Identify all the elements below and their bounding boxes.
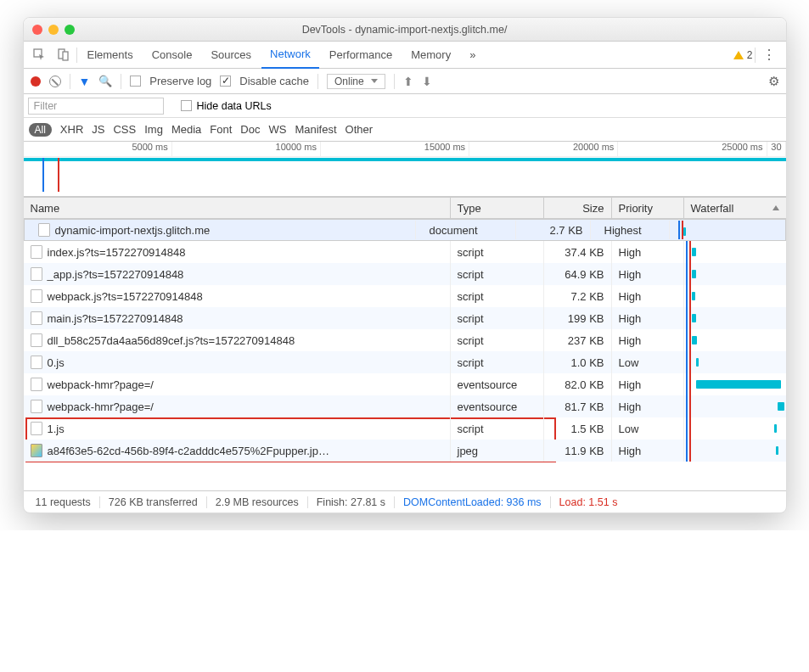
disable-cache-checkbox[interactable] <box>220 76 231 87</box>
clear-button[interactable] <box>49 76 61 87</box>
titlebar: DevTools - dynamic-import-nextjs.glitch.… <box>24 18 786 42</box>
request-priority: High <box>612 440 684 462</box>
table-row[interactable]: _app.js?ts=1572270914848script64.9 KBHig… <box>24 263 786 285</box>
request-name: 1.js <box>48 423 65 435</box>
table-header: Name Type Size Priority Waterfall <box>24 197 786 219</box>
request-name: dynamic-import-nextjs.glitch.me <box>55 224 211 237</box>
request-type: jpeg <box>451 440 544 462</box>
connection-select[interactable]: Online <box>327 74 385 89</box>
filter-icon[interactable]: ▼ <box>79 75 91 88</box>
table-row[interactable]: webpack-hmr?page=/eventsource82.0 KBHigh <box>24 373 786 395</box>
filter-xhr[interactable]: XHR <box>60 123 83 136</box>
request-size: 11.9 KB <box>544 440 612 462</box>
filter-ws[interactable]: WS <box>268 123 286 136</box>
table-row[interactable]: a84f63e5-62cd-456b-89f4-c2adddc4e575%2Fp… <box>24 440 786 462</box>
filter-js[interactable]: JS <box>92 123 104 136</box>
filter-media[interactable]: Media <box>171 123 201 136</box>
file-icon <box>31 245 42 259</box>
upload-icon[interactable]: ⬆ <box>403 75 413 88</box>
table-row[interactable]: 0.jsscript1.0 KBLow <box>24 351 786 373</box>
kebab-icon[interactable]: ⋮ <box>757 47 781 63</box>
filter-font[interactable]: Font <box>210 123 232 136</box>
status-resources: 2.9 MB resources <box>207 496 308 508</box>
inspect-icon[interactable] <box>29 48 51 61</box>
request-size: 37.4 KB <box>544 241 612 263</box>
request-name: webpack-hmr?page=/ <box>48 378 154 391</box>
tab-sources[interactable]: Sources <box>202 42 260 69</box>
status-requests: 11 requests <box>27 496 100 508</box>
warnings-badge[interactable]: 2 <box>733 49 753 61</box>
download-icon[interactable]: ⬇ <box>422 75 432 88</box>
filter-doc[interactable]: Doc <box>240 123 260 136</box>
timeline-overview[interactable]: 5000 ms 10000 ms 15000 ms 20000 ms 25000… <box>24 142 786 197</box>
table-row[interactable]: main.js?ts=1572270914848script199 KBHigh <box>24 307 786 329</box>
request-priority: High <box>612 329 684 351</box>
tab-more[interactable]: » <box>461 42 484 69</box>
filter-manifest[interactable]: Manifest <box>295 123 336 136</box>
disable-cache-label: Disable cache <box>239 75 309 87</box>
table-row[interactable]: webpack-hmr?page=/eventsource81.7 KBHigh <box>24 395 786 417</box>
request-waterfall <box>684 440 786 462</box>
tab-console[interactable]: Console <box>143 42 201 69</box>
request-waterfall <box>684 241 786 263</box>
sort-asc-icon <box>772 205 779 210</box>
status-load: Load: 1.51 s <box>551 496 626 508</box>
tab-elements[interactable]: Elements <box>79 42 142 69</box>
table-row[interactable]: dll_b58c257da4aa56d89cef.js?ts=157227091… <box>24 329 786 351</box>
request-name: webpack-hmr?page=/ <box>48 400 154 413</box>
col-size[interactable]: Size <box>544 198 612 218</box>
request-priority: High <box>612 241 684 263</box>
tab-memory[interactable]: Memory <box>402 42 459 69</box>
request-waterfall <box>684 307 786 329</box>
search-icon[interactable]: 🔍 <box>98 75 112 87</box>
record-button[interactable] <box>31 76 41 87</box>
request-waterfall <box>684 351 786 373</box>
request-type: script <box>451 263 544 285</box>
table-row[interactable]: 1.jsscript1.5 KBLow <box>24 417 786 440</box>
filter-img[interactable]: Img <box>144 123 163 136</box>
col-waterfall[interactable]: Waterfall <box>684 198 786 218</box>
table-row[interactable]: webpack.js?ts=1572270914848script7.2 KBH… <box>24 285 786 307</box>
request-table: dynamic-import-nextjs.glitch.medocument2… <box>24 219 786 490</box>
request-type: script <box>451 285 544 307</box>
tab-performance[interactable]: Performance <box>321 42 401 69</box>
request-size: 82.0 KB <box>544 373 612 395</box>
filter-input[interactable]: Filter <box>28 98 164 115</box>
col-priority[interactable]: Priority <box>612 198 684 218</box>
tab-network[interactable]: Network <box>261 42 319 69</box>
status-domcontentloaded: DOMContentLoaded: 936 ms <box>395 496 551 508</box>
col-type[interactable]: Type <box>451 198 544 218</box>
hide-urls-checkbox[interactable] <box>181 100 192 111</box>
request-priority: High <box>612 263 684 285</box>
request-priority: High <box>612 395 684 417</box>
file-icon <box>31 444 42 457</box>
request-type: eventsource <box>451 373 544 395</box>
preserve-log-checkbox[interactable] <box>130 76 141 87</box>
filter-all[interactable]: All <box>29 123 52 137</box>
gear-icon[interactable]: ⚙ <box>768 74 779 89</box>
request-waterfall <box>684 373 786 395</box>
col-name[interactable]: Name <box>24 198 451 218</box>
preserve-log-label: Preserve log <box>149 75 211 87</box>
request-type: document <box>423 221 516 239</box>
filter-css[interactable]: CSS <box>113 123 136 136</box>
request-name: main.js?ts=1572270914848 <box>48 312 183 325</box>
window-title: DevTools - dynamic-import-nextjs.glitch.… <box>24 24 786 36</box>
request-priority: High <box>612 285 684 307</box>
status-transferred: 726 KB transferred <box>100 496 207 508</box>
device-icon[interactable] <box>53 48 75 61</box>
filter-other[interactable]: Other <box>346 123 374 136</box>
request-name: webpack.js?ts=1572270914848 <box>48 290 203 303</box>
table-row[interactable]: index.js?ts=1572270914848script37.4 KBHi… <box>24 241 786 263</box>
request-size: 81.7 KB <box>544 395 612 417</box>
filter-bar: Filter Hide data URLs <box>24 94 786 118</box>
network-toolbar: ▼ 🔍 Preserve log Disable cache Online ⬆ … <box>24 69 786 94</box>
request-waterfall <box>684 263 786 285</box>
request-waterfall <box>684 285 786 307</box>
request-type: script <box>451 351 544 373</box>
request-size: 7.2 KB <box>544 285 612 307</box>
load-marker <box>58 158 59 192</box>
request-size: 237 KB <box>544 329 612 351</box>
request-size: 2.7 KB <box>523 221 591 239</box>
table-row[interactable]: dynamic-import-nextjs.glitch.medocument2… <box>24 219 786 241</box>
